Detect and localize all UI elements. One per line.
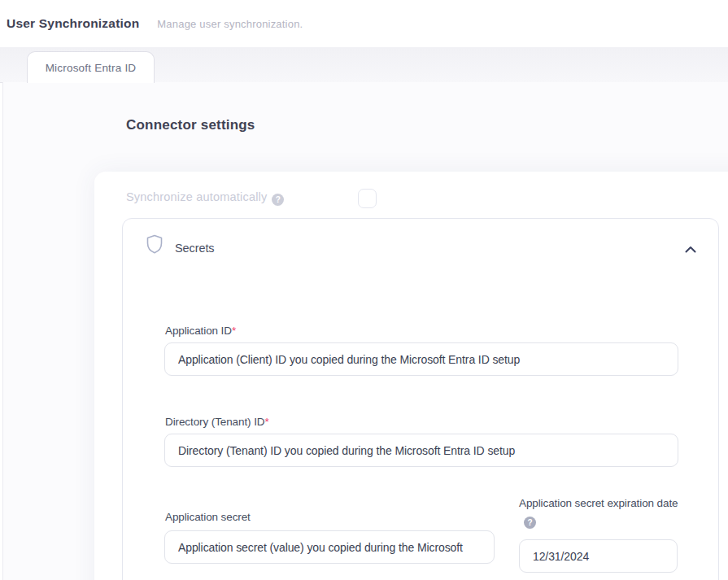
secret-expiration-label: Application secret expiration date? — [519, 495, 688, 529]
directory-tenant-id-label: Directory (Tenant) ID* — [165, 413, 269, 430]
application-secret-label: Application secret — [165, 508, 251, 525]
application-secret-input[interactable] — [164, 530, 495, 564]
secrets-accordion-header[interactable]: Secrets — [123, 219, 718, 266]
page-header: User Synchronization Manage user synchro… — [7, 16, 303, 31]
synchronize-checkbox[interactable] — [358, 189, 377, 208]
required-mark: * — [264, 416, 268, 428]
tab-strip: Microsoft Entra ID — [0, 47, 728, 83]
tab-label: Microsoft Entra ID — [46, 62, 137, 74]
application-id-input[interactable] — [164, 342, 678, 376]
page-title: User Synchronization — [7, 16, 139, 31]
secret-expiration-date-input[interactable] — [519, 539, 678, 573]
chevron-up-icon[interactable] — [685, 242, 696, 256]
secrets-title: Secrets — [175, 242, 214, 255]
synchronize-automatically-label: Synchronize automatically? — [126, 190, 284, 206]
help-icon[interactable]: ? — [272, 194, 284, 206]
help-icon[interactable]: ? — [524, 517, 536, 529]
application-id-label: Application ID* — [165, 322, 236, 339]
directory-tenant-id-input[interactable] — [164, 434, 678, 467]
required-mark: * — [232, 325, 236, 337]
page-subtitle: Manage user synchronization. — [157, 18, 303, 30]
shield-icon — [146, 234, 163, 257]
tab-microsoft-entra-id[interactable]: Microsoft Entra ID — [27, 51, 155, 83]
connector-settings-heading: Connector settings — [126, 117, 255, 133]
